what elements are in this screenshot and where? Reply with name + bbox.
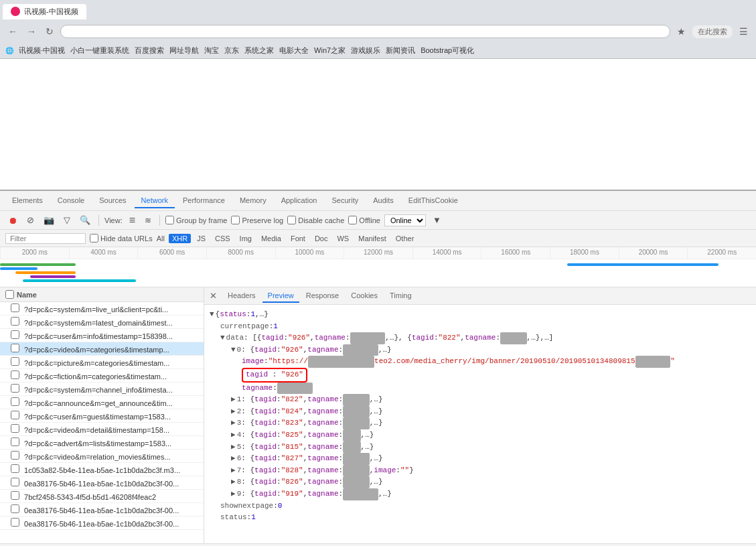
request-item-4[interactable]: ?d=pc&c=picture&m=categories&timestam... xyxy=(0,356,204,369)
filter-ws[interactable]: WS xyxy=(333,234,352,243)
bookmark-item-8[interactable]: Win7之家 xyxy=(314,46,346,56)
json-preview[interactable]: ▼ { status : 1 ,…} currentpage : 1 ▼ dat… xyxy=(204,305,756,543)
request-item-12[interactable]: 1c053a82-5b4e-11ea-b5ae-1c1b0da2bc3f.m3.… xyxy=(0,463,204,476)
camera-button[interactable]: 📷 xyxy=(41,214,57,226)
filter-css[interactable]: CSS xyxy=(212,234,234,243)
detail-tab-preview[interactable]: Preview xyxy=(262,289,299,303)
json-item8-expand[interactable]: ▶ xyxy=(231,476,236,488)
request-item-8[interactable]: ?d=pc&c=user&m=guest&timestamp=1583... xyxy=(0,409,204,423)
back-button[interactable]: ← xyxy=(5,25,20,38)
req-checkbox-2[interactable] xyxy=(11,330,19,339)
json-item3-expand[interactable]: ▶ xyxy=(231,417,236,429)
req-checkbox-10[interactable] xyxy=(11,437,19,446)
filter-manifest[interactable]: Manifest xyxy=(355,234,390,243)
tab-network[interactable]: Network xyxy=(135,194,175,208)
req-checkbox-1[interactable] xyxy=(11,317,19,326)
request-item-16[interactable]: 0ea38176-5b46-11ea-b5ae-1c1b0da2bc3f-00.… xyxy=(0,517,204,530)
req-checkbox-4[interactable] xyxy=(11,357,19,366)
bookmark-item-10[interactable]: 新闻资讯 xyxy=(386,46,415,56)
search-network-button[interactable]: 🔍 xyxy=(77,214,93,226)
req-checkbox-8[interactable] xyxy=(11,411,19,419)
stop-button[interactable]: ⊘ xyxy=(24,214,37,226)
settings-button[interactable]: ▼ xyxy=(430,214,444,226)
req-checkbox-0[interactable] xyxy=(11,303,19,312)
filter-input[interactable] xyxy=(5,233,86,244)
filter-toggle-button[interactable]: ▽ xyxy=(61,214,73,226)
request-item-0[interactable]: ?d=pc&c=system&m=live_url&client=pc&ti..… xyxy=(0,302,204,316)
filter-img[interactable]: Img xyxy=(236,234,255,243)
req-checkbox-12[interactable] xyxy=(11,464,19,473)
bookmark-item-7[interactable]: 电影大全 xyxy=(279,46,309,56)
json-item4-expand[interactable]: ▶ xyxy=(231,429,236,441)
request-item-1[interactable]: ?d=pc&c=system&m=latest_domain&timest... xyxy=(0,316,204,329)
preserve-log-checkbox[interactable] xyxy=(231,216,240,224)
detail-tab-timing[interactable]: Timing xyxy=(384,289,417,303)
record-button[interactable]: ⏺ xyxy=(5,214,20,227)
network-throttle-select[interactable]: Online xyxy=(384,214,426,226)
detail-tab-headers[interactable]: Headers xyxy=(222,289,261,303)
bookmark-item-2[interactable]: 百度搜索 xyxy=(135,46,164,56)
tab-memory[interactable]: Memory xyxy=(233,194,273,208)
tab-performance[interactable]: Performance xyxy=(176,194,232,208)
json-item6-expand[interactable]: ▶ xyxy=(231,453,236,465)
view-waterfall-button[interactable]: ≋ xyxy=(142,214,154,226)
disable-cache-label[interactable]: Disable cache xyxy=(287,216,344,224)
req-checkbox-6[interactable] xyxy=(11,384,19,393)
hide-data-urls-label[interactable]: Hide data URLs xyxy=(90,234,153,243)
request-item-2[interactable]: ?d=pc&c=user&m=info&timestamp=158398... xyxy=(0,329,204,342)
tab-audits[interactable]: Audits xyxy=(366,194,400,208)
detail-tab-cookies[interactable]: Cookies xyxy=(346,289,383,303)
refresh-button[interactable]: ↻ xyxy=(43,25,56,38)
filter-media[interactable]: Media xyxy=(258,234,285,243)
json-root-expand[interactable]: ▼ xyxy=(210,309,214,321)
close-detail-button[interactable]: ✕ xyxy=(210,291,217,301)
offline-label[interactable]: Offline xyxy=(348,216,380,224)
bookmark-item-6[interactable]: 系统之家 xyxy=(244,46,274,56)
req-checkbox-15[interactable] xyxy=(11,504,19,513)
preserve-log-label[interactable]: Preserve log xyxy=(231,216,283,224)
tab-sources[interactable]: Sources xyxy=(92,194,133,208)
request-item-3[interactable]: ?d=pc&c=video&m=categories&timestamp... xyxy=(0,342,204,356)
request-item-13[interactable]: 0ea38176-5b46-11ea-b5ae-1c1b0da2bc3f-00.… xyxy=(0,476,204,490)
request-item-5[interactable]: ?d=pc&c=fiction&m=categories&timestam... xyxy=(0,369,204,383)
search-placeholder[interactable]: 在此搜索 xyxy=(692,25,733,38)
group-by-frame-checkbox[interactable] xyxy=(165,216,174,224)
filter-js[interactable]: JS xyxy=(194,234,209,243)
req-checkbox-13[interactable] xyxy=(11,478,19,486)
group-by-frame-label[interactable]: Group by frame xyxy=(165,216,227,224)
request-item-15[interactable]: 0ea38176-5b46-11ea-b5ae-1c1b0da2bc3f-00.… xyxy=(0,503,204,517)
request-item-9[interactable]: ?d=pc&c=video&m=detail&timestamp=158... xyxy=(0,423,204,436)
menu-button[interactable]: ☰ xyxy=(737,25,751,38)
disable-cache-checkbox[interactable] xyxy=(287,216,296,224)
bookmark-item-0[interactable]: 讯视频·中国视 xyxy=(19,46,65,56)
select-all-checkbox[interactable] xyxy=(5,290,14,299)
filter-xhr[interactable]: XHR xyxy=(169,234,191,243)
bookmark-item-11[interactable]: Bootstrap可视化 xyxy=(421,46,474,56)
json-data-expand[interactable]: ▼ xyxy=(220,332,225,344)
tab-elements[interactable]: Elements xyxy=(5,194,50,208)
search-button[interactable]: ★ xyxy=(674,25,688,38)
json-item1-expand[interactable]: ▶ xyxy=(231,394,236,406)
json-item5-expand[interactable]: ▶ xyxy=(231,441,236,454)
req-checkbox-3[interactable] xyxy=(11,344,19,352)
req-checkbox-16[interactable] xyxy=(11,518,19,527)
filter-font[interactable]: Font xyxy=(287,234,309,243)
req-checkbox-5[interactable] xyxy=(11,370,19,379)
request-item-7[interactable]: ?d=pc&c=announce&m=get_announce&tim... xyxy=(0,396,204,409)
filter-other[interactable]: Other xyxy=(392,234,418,243)
bookmark-item-4[interactable]: 淘宝 xyxy=(204,46,219,56)
view-list-button[interactable]: ≡ xyxy=(127,213,138,228)
json-item2-expand[interactable]: ▶ xyxy=(231,406,236,418)
req-checkbox-7[interactable] xyxy=(11,397,19,406)
detail-tab-response[interactable]: Response xyxy=(301,289,345,303)
request-item-6[interactable]: ?d=pc&c=system&m=channel_info&timesta... xyxy=(0,383,204,396)
tab-console[interactable]: Console xyxy=(51,194,91,208)
json-item7-expand[interactable]: ▶ xyxy=(231,465,236,477)
filter-doc[interactable]: Doc xyxy=(311,234,331,243)
json-item0-expand[interactable]: ▼ xyxy=(231,344,236,356)
bookmark-item-1[interactable]: 小白一键重装系统 xyxy=(70,46,129,56)
bookmark-item-9[interactable]: 游戏娱乐 xyxy=(351,46,380,56)
request-item-10[interactable]: ?d=pc&c=advert&m=lists&timestamp=1583... xyxy=(0,436,204,450)
address-input[interactable]: https://ac...com/#/film/detail/14389 xyxy=(60,25,670,38)
offline-checkbox[interactable] xyxy=(348,216,357,224)
